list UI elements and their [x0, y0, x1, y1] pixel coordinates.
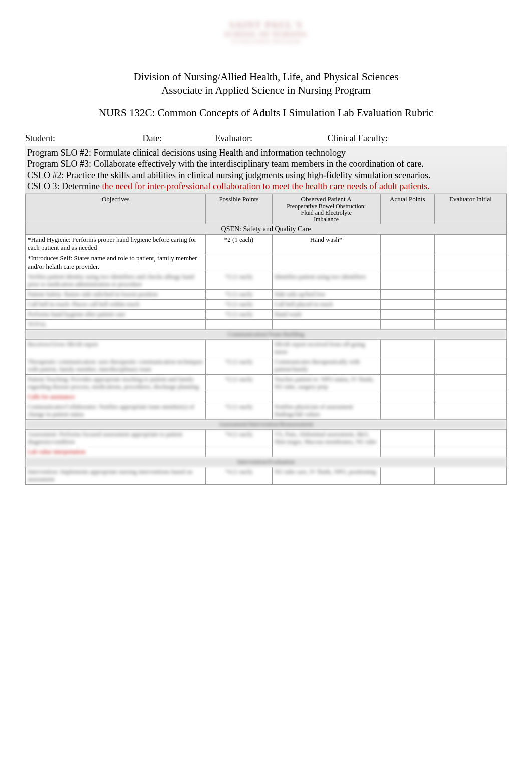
initial-cell: [434, 253, 506, 272]
section-row-assessment: Assessment/Intervention/Reassessment: [26, 420, 507, 430]
table-row: Receives/Gives SBAR report SBAR report r…: [26, 340, 507, 357]
actual-cell: [380, 375, 434, 392]
info-row: Student: Date: Evaluator: Clinical Facul…: [25, 133, 507, 144]
objective-cell: *Hand Hygiene: Performs proper hand hygi…: [26, 235, 206, 253]
points-cell: *2 (1 each): [206, 402, 272, 420]
division-line-1: Division of Nursing/Allied Health, Life,…: [25, 70, 507, 84]
observed-cell: Hand wash*: [272, 235, 380, 253]
table-row: Communicates/Collaborates: Notifies appr…: [26, 402, 507, 420]
table-row: Intervention: Implements appropriate nur…: [26, 467, 507, 485]
course-title: NURS 132C: Common Concepts of Adults I S…: [25, 107, 507, 119]
observed-cell: [272, 253, 380, 272]
table-row: Performs hand hygiene after patient care…: [26, 310, 507, 320]
points-cell: [206, 447, 272, 457]
observed-sub-1: Preoperative Bowel Obstruction:: [275, 203, 378, 210]
points-cell: [206, 253, 272, 272]
actual-cell: [380, 300, 434, 310]
actual-cell: [380, 447, 434, 457]
col-actual-points: Actual Points: [380, 194, 434, 224]
section-qsen-safety: QSEN: Safety and Quality Care: [26, 224, 507, 235]
points-cell: *2 (1 each): [206, 300, 272, 310]
observed-cell: VS, Pain, Abdominal assessment, I&O, Ski…: [272, 430, 380, 447]
actual-cell: [380, 235, 434, 253]
section-assessment: Assessment/Intervention/Reassessment: [26, 420, 507, 430]
observed-cell: Call bell placed in reach: [272, 300, 380, 310]
document-page: SAINT PAUL'S SCHOOL OF NURSING ESTABLISH…: [0, 0, 532, 505]
points-cell: *4 (1 each): [206, 467, 272, 485]
table-row: TOTAL: [26, 320, 507, 330]
actual-cell: [380, 272, 434, 290]
points-cell: *2 (1 each): [206, 235, 272, 253]
division-line-2: Associate in Applied Science in Nursing …: [25, 84, 507, 97]
table-row: Lab value interpretation: [26, 447, 507, 457]
table-row: Call bell in reach: Places call bell wit…: [26, 300, 507, 310]
division-heading: Division of Nursing/Allied Health, Life,…: [25, 70, 507, 98]
initial-cell: [434, 300, 506, 310]
observed-cell: Notifies physician of assessment finding…: [272, 402, 380, 420]
objective-cell: Receives/Gives SBAR report: [26, 340, 206, 357]
observed-cell: Communicates therapeutically with patien…: [272, 357, 380, 375]
points-cell: [206, 320, 272, 330]
actual-cell: [380, 340, 434, 357]
objective-cell: *Introduces Self: States name and role t…: [26, 253, 206, 272]
actual-cell: [380, 467, 434, 485]
actual-cell: [380, 320, 434, 330]
section-row-intervention: Intervention/Evaluation: [26, 457, 507, 467]
observed-cell: Hand wash: [272, 310, 380, 320]
points-cell: [206, 340, 272, 357]
observed-cell: Identifies patient using two identifiers: [272, 272, 380, 290]
cslo-3-red: the need for inter-professional collabor…: [100, 181, 430, 191]
logo-line-2: SCHOOL OF NURSING: [191, 31, 341, 39]
observed-cell: [272, 392, 380, 402]
points-cell: *2 (1 each): [206, 310, 272, 320]
table-row: *Introduces Self: States name and role t…: [26, 253, 507, 272]
observed-cell: [272, 447, 380, 457]
initial-cell: [434, 392, 506, 402]
points-cell: [206, 392, 272, 402]
points-cell: *2 (1 each): [206, 290, 272, 300]
points-cell: *2 (1 each): [206, 272, 272, 290]
objective-cell: Verifies patient identity using two iden…: [26, 272, 206, 290]
actual-cell: [380, 290, 434, 300]
observed-cell: Side rails up/bed low: [272, 290, 380, 300]
initial-cell: [434, 290, 506, 300]
actual-cell: [380, 253, 434, 272]
col-evaluator-initial: Evaluator Initial: [434, 194, 506, 224]
initial-cell: [434, 467, 506, 485]
points-cell: *2 (1 each): [206, 375, 272, 392]
initial-cell: [434, 310, 506, 320]
date-label: Date:: [143, 133, 213, 144]
objective-cell: Call bell in reach: Places call bell wit…: [26, 300, 206, 310]
logo-line-1: SAINT PAUL'S: [191, 20, 341, 31]
logo-line-3: ESTABLISHED PROGRAM: [191, 39, 341, 44]
initial-cell: [434, 272, 506, 290]
initial-cell: [434, 320, 506, 330]
objective-cell: Patient Teaching: Provides appropriate t…: [26, 375, 206, 392]
col-possible-points: Possible Points: [206, 194, 272, 224]
objective-cell: Calls for assistance:: [26, 392, 206, 402]
objective-cell: Intervention: Implements appropriate nur…: [26, 467, 206, 485]
actual-cell: [380, 392, 434, 402]
actual-cell: [380, 357, 434, 375]
col-objectives: Objectives: [26, 194, 206, 224]
initial-cell: [434, 357, 506, 375]
objective-cell: Lab value interpretation: [26, 447, 206, 457]
initial-cell: [434, 375, 506, 392]
cslo-2: CSLO #2: Practice the skills and abiliti…: [27, 170, 505, 181]
program-slo-2: Program SLO #2: Formulate clinical decis…: [27, 147, 505, 159]
observed-sub-3: Imbalance: [275, 216, 378, 223]
observed-title: Observed Patient A: [275, 195, 378, 203]
table-row: Calls for assistance:: [26, 392, 507, 402]
observed-sub-2: Fluid and Electrolyte: [275, 210, 378, 216]
actual-cell: [380, 430, 434, 447]
points-cell: *4 (1 each): [206, 430, 272, 447]
slo-block: Program SLO #2: Formulate clinical decis…: [25, 146, 507, 194]
objective-cell: Performs hand hygiene after patient care: [26, 310, 206, 320]
initial-cell: [434, 447, 506, 457]
table-row: Patient Teaching: Provides appropriate t…: [26, 375, 507, 392]
clinical-faculty-label: Clinical Faculty:: [328, 133, 388, 144]
initial-cell: [434, 430, 506, 447]
observed-cell: NG tube care, IV fluids, NPO, positionin…: [272, 467, 380, 485]
cslo-3: CSLO 3: Determine the need for inter-pro…: [27, 181, 505, 192]
col-observed: Observed Patient A Preoperative Bowel Ob…: [272, 194, 380, 224]
